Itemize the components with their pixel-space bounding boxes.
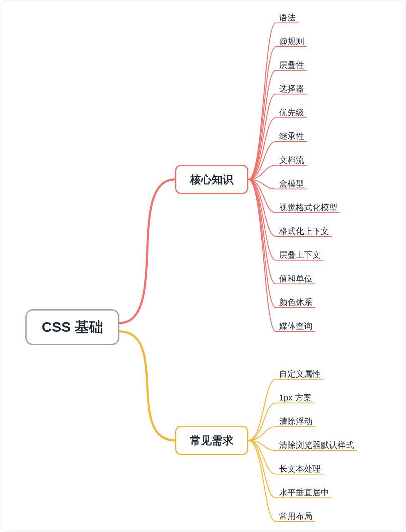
leaf-core-10[interactable]: 层叠上下文 — [279, 249, 321, 261]
leaf-needs-3[interactable]: 清除浏览器默认样式 — [279, 440, 354, 451]
leaf-core-8[interactable]: 视觉格式化模型 — [279, 202, 337, 213]
leaf-core-7[interactable]: 盒模型 — [279, 178, 304, 189]
leaf-needs-6[interactable]: 常用布局 — [279, 511, 312, 522]
leaf-core-5[interactable]: 继承性 — [279, 131, 304, 142]
leaf-needs-2[interactable]: 清除浮动 — [279, 416, 312, 427]
leaf-core-4[interactable]: 优先级 — [279, 107, 304, 118]
leaf-needs-1[interactable]: 1px 方案 — [279, 392, 312, 403]
leaf-core-0[interactable]: 语法 — [279, 12, 296, 23]
branch-core[interactable]: 核心知识 — [175, 165, 248, 194]
leaf-core-1[interactable]: @规则 — [279, 36, 304, 47]
leaf-needs-0[interactable]: 自定义属性 — [279, 368, 321, 380]
leaf-needs-4[interactable]: 长文本处理 — [279, 463, 321, 475]
root-node[interactable]: CSS 基础 — [25, 309, 119, 345]
leaf-core-6[interactable]: 文档流 — [279, 154, 304, 166]
branch-needs-label: 常见需求 — [190, 433, 233, 448]
branch-core-label: 核心知识 — [190, 172, 233, 187]
leaf-core-13[interactable]: 媒体查询 — [279, 321, 312, 332]
leaf-core-9[interactable]: 格式化上下文 — [279, 226, 329, 237]
leaf-needs-5[interactable]: 水平垂直居中 — [279, 487, 329, 498]
leaf-core-2[interactable]: 层叠性 — [279, 60, 304, 71]
leaf-core-11[interactable]: 值和单位 — [279, 273, 312, 284]
mindmap-canvas: CSS 基础 核心知识 常见需求 语法@规则层叠性选择器优先级继承性文档流盒模型… — [0, 0, 406, 532]
leaf-core-3[interactable]: 选择器 — [279, 83, 304, 94]
root-label: CSS 基础 — [42, 318, 103, 337]
branch-needs[interactable]: 常见需求 — [175, 426, 248, 455]
leaf-core-12[interactable]: 颜色体系 — [279, 297, 312, 308]
